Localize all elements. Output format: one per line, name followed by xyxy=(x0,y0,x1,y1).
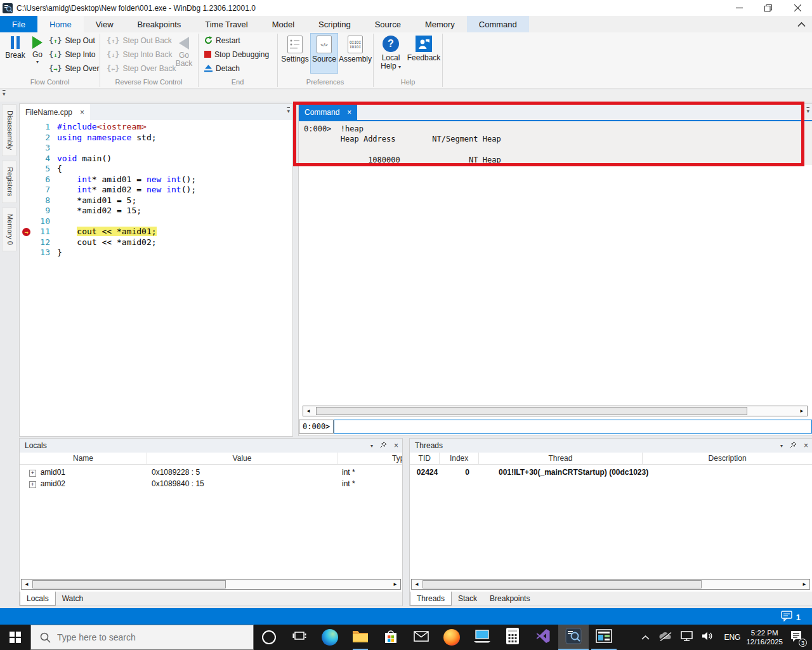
pane-menu-icon[interactable]: ▾ xyxy=(287,108,290,114)
start-button[interactable] xyxy=(0,625,30,650)
language-indicator[interactable]: ENG xyxy=(724,633,740,642)
ribbon-tab-memory[interactable]: Memory xyxy=(413,16,467,32)
status-notifications[interactable]: 1 xyxy=(781,611,801,624)
onedrive-offline-icon[interactable] xyxy=(659,632,672,644)
go-button[interactable]: Go ▾ xyxy=(28,34,47,65)
break-button[interactable]: Break xyxy=(4,34,27,60)
edge-button[interactable] xyxy=(315,625,345,650)
ribbon-tab-command[interactable]: Command xyxy=(467,16,529,32)
scroll-right-icon[interactable]: ► xyxy=(799,580,809,589)
locals-row[interactable]: + amid02 0x1089840 : 15 int * xyxy=(20,478,402,489)
sidebar-tab-disassembly[interactable]: Disassembly xyxy=(2,104,16,156)
feedback-button[interactable]: Feedback xyxy=(406,34,442,62)
scroll-right-icon[interactable]: ► xyxy=(797,406,807,416)
column-header-description[interactable]: Description xyxy=(643,453,812,464)
expand-icon[interactable]: + xyxy=(29,481,36,488)
visual-studio-button[interactable] xyxy=(528,625,558,650)
close-button[interactable] xyxy=(783,0,812,16)
sidebar-tab-memory[interactable]: Memory 0 xyxy=(2,208,16,251)
code-editor[interactable]: 1#include<iostream>2using namespace std;… xyxy=(20,120,292,258)
go-dropdown-icon[interactable]: ▾ xyxy=(36,59,39,65)
command-input[interactable] xyxy=(334,420,812,434)
stop-debugging-button[interactable]: Stop Debugging xyxy=(204,48,269,61)
column-header-thread[interactable]: Thread xyxy=(479,453,643,464)
locals-hscrollbar[interactable]: ◄ ► xyxy=(21,579,401,590)
scroll-right-icon[interactable]: ► xyxy=(390,580,400,589)
network-icon[interactable] xyxy=(681,631,693,644)
pin-icon[interactable] xyxy=(380,441,387,450)
mail-button[interactable] xyxy=(406,625,436,650)
taskbar-clock[interactable]: 5:22 PM 12/16/2025 xyxy=(746,628,783,646)
pin-icon[interactable] xyxy=(790,441,797,450)
cortana-button[interactable] xyxy=(254,625,284,650)
column-header-type[interactable]: Typ xyxy=(337,453,402,464)
tray-chevron-icon[interactable] xyxy=(641,632,650,643)
ribbon-tab-breakpoints[interactable]: Breakpoints xyxy=(126,16,193,32)
pane-dropdown-icon[interactable]: ▾ xyxy=(370,443,373,449)
ribbon-tab-view[interactable]: View xyxy=(84,16,126,32)
settings-button[interactable]: Settings xyxy=(280,34,310,63)
task-view-button[interactable] xyxy=(284,625,315,650)
scrollbar-thumb[interactable] xyxy=(422,580,702,588)
scrollbar-thumb[interactable] xyxy=(316,407,747,415)
scroll-left-icon[interactable]: ◄ xyxy=(303,406,313,416)
step-over-back-button[interactable]: {←}Step Over Back xyxy=(107,62,176,75)
column-header-name[interactable]: Name xyxy=(20,453,147,464)
scroll-left-icon[interactable]: ◄ xyxy=(412,580,422,589)
close-pane-icon[interactable]: × xyxy=(804,441,808,450)
step-into-button[interactable]: {↓}Step Into xyxy=(49,48,96,61)
step-over-button[interactable]: {→}Step Over xyxy=(49,62,100,75)
pane-dropdown-icon[interactable]: ▾ xyxy=(780,443,783,449)
firefox-button[interactable] xyxy=(436,625,467,650)
app-window-button[interactable] xyxy=(589,625,619,650)
expand-icon[interactable]: + xyxy=(29,470,36,477)
action-center-button[interactable]: 3 xyxy=(789,630,803,645)
scroll-left-icon[interactable]: ◄ xyxy=(22,580,32,589)
step-out-button[interactable]: {↑}Step Out xyxy=(49,34,95,47)
ribbon-tab-source[interactable]: Source xyxy=(363,16,413,32)
close-tab-icon[interactable]: × xyxy=(80,108,84,117)
local-help-button[interactable]: ? Local Help ▾ xyxy=(377,34,405,71)
scrollbar-thumb[interactable] xyxy=(32,580,226,588)
bottom-tab-stack[interactable]: Stack xyxy=(452,592,483,606)
volume-icon[interactable] xyxy=(702,632,714,643)
restart-button[interactable]: Restart xyxy=(204,34,240,47)
step-into-back-button[interactable]: {↓}Step Into Back xyxy=(107,48,173,61)
minimize-button[interactable] xyxy=(724,0,754,16)
column-header-value[interactable]: Value xyxy=(147,453,337,464)
bottom-tab-threads[interactable]: Threads xyxy=(410,592,452,606)
command-hscrollbar[interactable]: ◄ ► xyxy=(303,406,808,416)
step-out-back-button[interactable]: {↑}Step Out Back xyxy=(107,34,172,47)
locals-row[interactable]: + amid01 0x1089228 : 5 int * xyxy=(20,467,402,478)
taskbar-search[interactable] xyxy=(30,625,254,650)
threads-hscrollbar[interactable]: ◄ ► xyxy=(411,579,810,590)
ribbon-tab-file[interactable]: File xyxy=(0,16,37,32)
assembly-mode-button[interactable]: OIIOIIOIOI Assembly xyxy=(338,34,372,63)
ribbon-tab-home[interactable]: Home xyxy=(37,16,84,32)
ribbon-tab-time-travel[interactable]: Time Travel xyxy=(193,16,259,32)
close-pane-icon[interactable]: × xyxy=(394,441,398,450)
windbg-taskbar-button[interactable] xyxy=(558,625,589,650)
sidebar-tab-registers[interactable]: Registers xyxy=(2,161,16,202)
ribbon-tab-model[interactable]: Model xyxy=(260,16,306,32)
dock-menu-icon[interactable]: ▾ xyxy=(3,91,6,97)
file-explorer-button[interactable] xyxy=(345,625,376,650)
windbg-app-icon[interactable] xyxy=(3,3,13,13)
thread-row[interactable]: 02424 0 001!ILT+30(_mainCRTStartup) (00d… xyxy=(410,467,812,478)
pane-menu-icon[interactable]: ▾ xyxy=(806,108,809,114)
connect-button[interactable] xyxy=(467,625,497,650)
detach-button[interactable]: Detach xyxy=(204,62,240,75)
bottom-tab-breakpoints[interactable]: Breakpoints xyxy=(483,592,536,606)
source-file-tab[interactable]: FileName.cpp × xyxy=(20,104,90,120)
restore-button[interactable] xyxy=(754,0,783,16)
column-header-index[interactable]: Index xyxy=(440,453,478,464)
calculator-button[interactable] xyxy=(497,625,528,650)
source-mode-button[interactable]: </> Source xyxy=(311,34,337,73)
store-button[interactable] xyxy=(376,625,406,650)
bottom-tab-watch[interactable]: Watch xyxy=(56,592,90,606)
collapse-ribbon-icon[interactable] xyxy=(797,20,806,29)
ribbon-tab-scripting[interactable]: Scripting xyxy=(306,16,363,32)
bottom-tab-locals[interactable]: Locals xyxy=(20,592,56,606)
search-input[interactable] xyxy=(57,632,222,642)
column-header-tid[interactable]: TID xyxy=(410,453,440,464)
